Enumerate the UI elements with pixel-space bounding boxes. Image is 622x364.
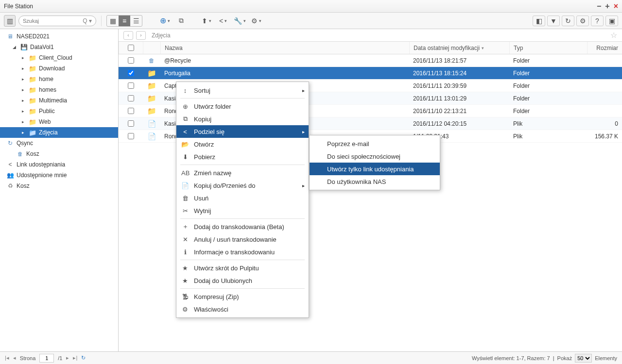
separator xyxy=(101,16,102,26)
sidebar-folder[interactable]: ▸Zdjęcia xyxy=(0,127,118,138)
expand-icon[interactable]: ▸ xyxy=(19,55,26,60)
upload-button[interactable]: ⬆ xyxy=(200,15,213,27)
ctx-share[interactable]: <Podziel się xyxy=(176,125,309,138)
sidebar-folder[interactable]: ▸home xyxy=(0,74,118,84)
settings-button[interactable]: ⚙ xyxy=(249,15,263,27)
ctx-transcode[interactable]: ＋Dodaj do transkodowania (Beta) xyxy=(176,220,309,233)
ctx-copy[interactable]: ⧉Kopiuj xyxy=(176,113,309,125)
row-checkbox[interactable] xyxy=(128,120,134,127)
view-detail-button[interactable]: ☰ xyxy=(130,16,142,26)
sidebar-toggle-button[interactable]: ▥ xyxy=(4,15,16,27)
close-button[interactable]: × xyxy=(614,2,618,11)
ctx-open[interactable]: 📂Otwórz xyxy=(176,138,309,150)
ctx-shortcut[interactable]: ★Utwórz skrót do Pulpitu xyxy=(176,262,309,274)
expand-icon[interactable]: ◢ xyxy=(11,45,17,50)
context-menu: ↕Sortuj ⊕Utwórz folder ⧉Kopiuj <Podziel … xyxy=(176,82,309,318)
ctx-cancel-transcode[interactable]: ✕Anuluj / usuń transkodowanie xyxy=(176,233,309,246)
refresh-button[interactable]: ↻ xyxy=(562,16,574,26)
nav-forward-button[interactable]: › xyxy=(136,31,146,40)
tools-button[interactable]: 🔧 xyxy=(233,15,246,27)
minimize-button[interactable]: − xyxy=(597,2,601,11)
separator xyxy=(180,218,305,219)
ctx-download[interactable]: ⬇Pobierz xyxy=(176,150,309,163)
favorite-star-icon[interactable]: ☆ xyxy=(610,31,617,40)
th-name[interactable]: Nazwa xyxy=(160,42,409,54)
sidebar-trash[interactable]: Kosz xyxy=(0,181,118,191)
ctx-sort[interactable]: ↕Sortuj xyxy=(176,84,309,97)
page-first-button[interactable]: |◂ xyxy=(5,355,9,361)
filter-button[interactable]: ▼ xyxy=(547,16,560,26)
sub-email[interactable]: Poprzez e-mail xyxy=(310,137,440,150)
sidebar-folder-label: home xyxy=(39,76,53,83)
sub-link[interactable]: Utwórz tylko link udostępniania xyxy=(310,163,440,175)
sidebar-kosz[interactable]: Kosz xyxy=(0,149,118,159)
select-all-checkbox[interactable] xyxy=(128,45,134,51)
sidebar-folder[interactable]: ▸Multimedia xyxy=(0,95,118,106)
ctx-favorite[interactable]: ★Dodaj do Ulubionych xyxy=(176,274,309,287)
page-size-select[interactable]: 50 xyxy=(575,354,592,363)
row-checkbox[interactable] xyxy=(128,70,134,76)
maximize-button[interactable]: + xyxy=(605,2,609,11)
search-icon[interactable]: Q ▾ xyxy=(83,17,92,24)
sidebar-share-link[interactable]: Link udostępniania xyxy=(0,159,118,170)
breadcrumb-path[interactable]: Zdjęcia xyxy=(152,32,171,39)
sidebar-volume[interactable]: ◢ DataVol1 xyxy=(0,42,118,52)
expand-icon[interactable]: ▸ xyxy=(19,98,26,103)
th-check[interactable] xyxy=(119,42,143,54)
window-controls: − + × xyxy=(597,2,618,11)
sub-social[interactable]: Do sieci społecznościowej xyxy=(310,150,440,163)
row-checkbox[interactable] xyxy=(128,95,134,101)
nav-back-button[interactable]: ‹ xyxy=(123,31,133,40)
expand-icon[interactable]: ▸ xyxy=(19,77,26,82)
search-input[interactable] xyxy=(23,18,76,24)
ctx-newfolder[interactable]: ⊕Utwórz folder xyxy=(176,100,309,113)
search-box[interactable]: Q ▾ xyxy=(18,16,96,26)
remote-button[interactable]: ◧ xyxy=(533,16,545,26)
th-date[interactable]: Data ostatniej modyfikacji▾ xyxy=(409,42,509,54)
copy-button[interactable]: ⧉ xyxy=(174,15,188,27)
sidebar-qsync[interactable]: Qsync xyxy=(0,138,118,149)
ctx-info-transcode[interactable]: ℹInformacje o transkodowaniu xyxy=(176,246,309,258)
expand-icon[interactable]: ▸ xyxy=(19,109,26,114)
view-grid-button[interactable]: ▦ xyxy=(107,16,119,26)
help-button[interactable]: ? xyxy=(591,16,604,26)
th-type[interactable]: Typ xyxy=(509,42,587,54)
cell-type: Folder xyxy=(509,108,587,115)
ctx-properties[interactable]: ⚙Właściwości xyxy=(176,303,309,315)
page-input[interactable] xyxy=(39,354,54,363)
row-checkbox[interactable] xyxy=(128,83,134,89)
folder-icon xyxy=(147,69,156,78)
ctx-delete[interactable]: 🗑Usuń xyxy=(176,192,309,204)
add-button[interactable]: ⊕ xyxy=(158,15,172,27)
sidebar-shared[interactable]: Udostępnione mnie xyxy=(0,170,118,181)
ctx-rename[interactable]: ABZmień nazwę xyxy=(176,166,309,179)
sidebar-folder[interactable]: ▸homes xyxy=(0,84,118,95)
row-checkbox[interactable] xyxy=(128,57,134,64)
page-refresh-button[interactable]: ↻ xyxy=(81,355,86,361)
th-size[interactable]: Rozmiar xyxy=(587,42,622,54)
sub-nas[interactable]: Do użytkownika NAS xyxy=(310,175,440,188)
ctx-zip[interactable]: 🗜Kompresuj (Zip) xyxy=(176,290,309,303)
sidebar-root[interactable]: NASED2021 xyxy=(0,31,118,42)
table-row[interactable]: @Recycle 2016/11/13 18:21:57 Folder xyxy=(119,54,622,67)
ctx-cut[interactable]: ✂Wytnij xyxy=(176,204,309,217)
page-last-button[interactable]: ▸| xyxy=(73,355,77,361)
expand-icon[interactable]: ▸ xyxy=(19,130,26,135)
expand-icon[interactable]: ▸ xyxy=(19,87,26,92)
row-checkbox[interactable] xyxy=(128,108,134,114)
share-button[interactable]: < xyxy=(216,15,230,27)
config-button[interactable]: ⚙ xyxy=(576,16,589,26)
expand-icon[interactable]: ▸ xyxy=(19,119,26,124)
view-list-button[interactable]: ≡ xyxy=(119,16,130,26)
sidebar-folder[interactable]: ▸Client_Cloud xyxy=(0,52,118,63)
table-row[interactable]: Portugalia 2016/11/13 18:15:24 Folder xyxy=(119,67,622,80)
ctx-copymove[interactable]: 📄Kopiuj do/Przenieś do xyxy=(176,179,309,192)
panel-button[interactable]: ▣ xyxy=(605,16,618,26)
page-prev-button[interactable]: ◂ xyxy=(13,355,16,361)
sidebar-folder[interactable]: ▸Public xyxy=(0,106,118,116)
row-checkbox[interactable] xyxy=(128,133,134,139)
expand-icon[interactable]: ▸ xyxy=(19,66,26,71)
page-next-button[interactable]: ▸ xyxy=(66,355,69,361)
sidebar-folder[interactable]: ▸Download xyxy=(0,63,118,74)
sidebar-folder[interactable]: ▸Web xyxy=(0,116,118,127)
